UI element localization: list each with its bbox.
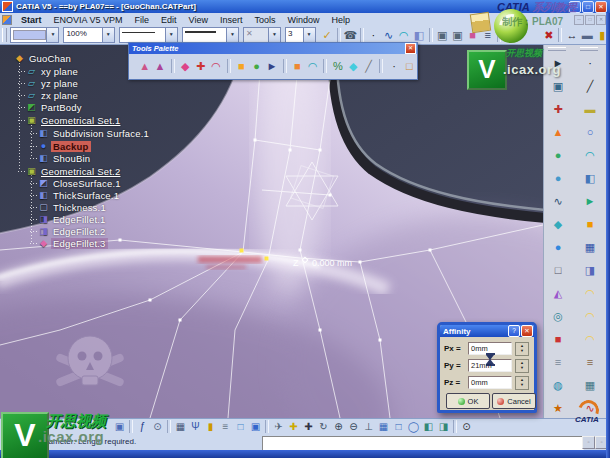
graph-tree-icon[interactable]: Ψ — [188, 420, 203, 434]
zoom-box2-icon[interactable]: ▣ — [450, 27, 465, 43]
reject-icon[interactable]: ✚ — [548, 100, 568, 118]
chevron-down-icon[interactable]: ▼ — [102, 28, 114, 42]
point-icon[interactable]: · — [580, 54, 600, 72]
pz-stepper[interactable]: ▲▼ — [515, 376, 529, 390]
tree-item-xy-plane[interactable]: ▱xy plane — [26, 65, 80, 77]
probe-icon[interactable]: ● — [249, 58, 264, 74]
line-weight-combo[interactable]: ▼ — [182, 27, 239, 43]
tree-item-thickness[interactable]: ▢Thickness.1 — [38, 201, 108, 213]
menu-enovia[interactable]: ENOVIA V5 VPM — [48, 15, 129, 25]
fillet2-icon[interactable]: ◠ — [580, 307, 600, 325]
menu-file[interactable]: File — [129, 15, 156, 25]
tree-item-partbody[interactable]: ◩PartBody — [26, 101, 84, 113]
menu-insert[interactable]: Insert — [214, 15, 249, 25]
child-restore-button[interactable]: □ — [585, 15, 595, 25]
menu-edit[interactable]: Edit — [155, 15, 183, 25]
circle-icon[interactable]: ○ — [580, 123, 600, 141]
fit-all-icon[interactable]: ✚ — [286, 420, 301, 434]
disk-icon[interactable]: ▣ — [248, 420, 263, 434]
planet-icon[interactable]: ● — [548, 146, 568, 164]
red-cube-icon[interactable]: ■ — [548, 330, 568, 348]
point-icon[interactable]: · — [366, 27, 381, 43]
help-icon[interactable]: ? — [508, 325, 520, 337]
py-stepper[interactable]: ▲▼ — [515, 359, 529, 373]
zoom-out-icon[interactable]: ⊖ — [346, 420, 361, 434]
chevron-down-icon[interactable]: ▼ — [165, 28, 177, 42]
chevron-down-icon[interactable]: ▼ — [268, 28, 280, 42]
patch-icon[interactable]: ■ — [234, 58, 249, 74]
tree-item-edgefillet-2[interactable]: ◨EdgeFillet.2 — [38, 225, 108, 237]
camera-icon[interactable]: ⊙ — [459, 420, 474, 434]
brush-icon[interactable]: ✓ — [320, 27, 335, 43]
chevron-down-icon[interactable]: ▼ — [46, 28, 58, 42]
surface-dome-icon[interactable]: ◠ — [396, 27, 411, 43]
child-window-buttons[interactable]: ─ □ ✕ — [574, 15, 606, 25]
toolbar-grip[interactable] — [548, 47, 566, 51]
zoom-box-icon[interactable]: ▣ — [435, 27, 450, 43]
commit-button[interactable]: ▫ — [582, 436, 595, 449]
lock-icon[interactable]: ▮ — [203, 420, 218, 434]
close-icon[interactable]: ✕ — [521, 325, 533, 337]
zoom-combo[interactable]: 100% ▼ — [63, 27, 114, 43]
formula-icon[interactable]: ƒ — [135, 420, 150, 434]
tree-item-geometrical-set-2[interactable]: ▣Geometrical Set.2 — [26, 165, 122, 177]
fill-icon[interactable]: ■ — [580, 215, 600, 233]
thickness-combo[interactable]: 3 ▼ — [285, 27, 316, 43]
ok-button[interactable]: OK — [446, 393, 490, 409]
save-icon[interactable]: ▣ — [112, 420, 127, 434]
box-icon[interactable]: □ — [233, 420, 248, 434]
cube-icon[interactable]: □ — [402, 58, 417, 74]
tree-item-yz-plane[interactable]: ▱yz plane — [26, 77, 80, 89]
sweep-icon[interactable]: ► — [580, 192, 600, 210]
arrow-icon[interactable]: ► — [264, 58, 279, 74]
butterfly-icon[interactable]: ◆ — [178, 58, 193, 74]
plane-icon[interactable]: ▬ — [580, 100, 600, 118]
stairs-icon[interactable]: ≡ — [548, 353, 568, 371]
color-combo[interactable]: ▼ — [10, 27, 60, 43]
render-style2-icon[interactable]: ◨ — [436, 420, 451, 434]
spheres-icon[interactable]: ◎ — [548, 307, 568, 325]
tree-item-backup[interactable]: ●Backup — [38, 140, 91, 152]
cancel-button[interactable]: Cancel — [492, 393, 536, 409]
gem-icon[interactable]: ◆ — [346, 58, 361, 74]
cylinder-view-icon[interactable]: ◯ — [406, 420, 421, 434]
dome-icon[interactable]: ◠ — [580, 146, 600, 164]
close-icon[interactable]: ✕ — [405, 43, 416, 54]
zoom-in-icon[interactable]: ⊕ — [331, 420, 346, 434]
axes-icon[interactable]: ✚ — [193, 58, 208, 74]
cone-icon[interactable]: ▲ — [548, 123, 568, 141]
menu-start[interactable]: Start — [15, 15, 48, 25]
child-close-button[interactable]: ✕ — [596, 15, 606, 25]
patch2-icon[interactable]: ■ — [290, 58, 305, 74]
affinity-dialog[interactable]: Affinity ? ✕ Px = 0mm ▲▼ Py = 21mm ▲▼ Pz… — [437, 322, 537, 413]
analysis-icon[interactable]: ✖ — [541, 27, 556, 43]
calculator-icon[interactable]: ▦ — [173, 420, 188, 434]
px-stepper[interactable]: ▲▼ — [515, 342, 529, 356]
pan-icon[interactable]: ✚ — [301, 420, 316, 434]
fly-mode-icon[interactable]: ✈ — [271, 420, 286, 434]
toolbar-grip[interactable] — [580, 47, 598, 51]
affinity-titlebar[interactable]: Affinity ? ✕ — [440, 325, 534, 337]
frame-icon[interactable]: □ — [548, 261, 568, 279]
pyramid-icon[interactable]: ◭ — [548, 284, 568, 302]
star-icon[interactable]: ★ — [548, 399, 568, 417]
child-minimize-button[interactable]: ─ — [574, 15, 584, 25]
manikin2-icon[interactable]: ▲ — [152, 58, 167, 74]
tree-item-thicksurface[interactable]: ◧ThickSurface.1 — [38, 189, 121, 201]
globe-icon[interactable]: ◍ — [548, 376, 568, 394]
pz-field[interactable]: 0mm — [468, 376, 512, 389]
dot-icon[interactable]: · — [386, 58, 401, 74]
tree-item-zx-plane[interactable]: ▱zx plane — [26, 89, 80, 101]
wave-icon[interactable]: ∿ — [548, 192, 568, 210]
panel-icon[interactable]: ▬ — [580, 27, 595, 43]
rotate-icon[interactable]: ↻ — [316, 420, 331, 434]
fillet-icon[interactable]: ◠ — [580, 284, 600, 302]
menu-window[interactable]: Window — [281, 15, 325, 25]
normal-view-icon[interactable]: ⊥ — [361, 420, 376, 434]
junction-icon[interactable]: ≡ — [580, 353, 600, 371]
spline-icon[interactable]: ∿ — [381, 27, 396, 43]
toolbar-grip[interactable] — [2, 28, 7, 42]
power-input[interactable] — [262, 436, 584, 451]
catalog-icon[interactable]: ☎ — [343, 27, 358, 43]
teal-surface-icon[interactable]: ◆ — [548, 215, 568, 233]
